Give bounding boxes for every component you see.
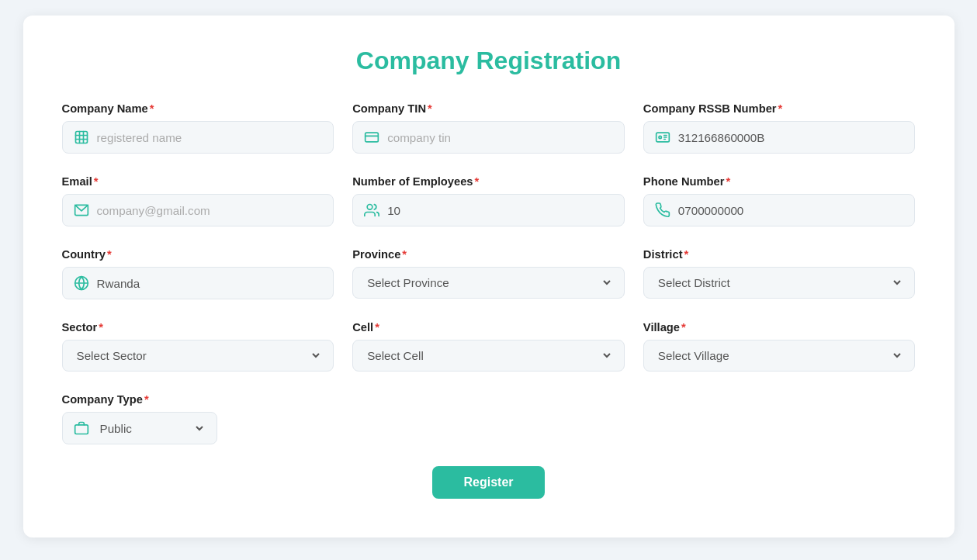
company-type-label: Company Type* (62, 393, 217, 406)
cell-group: Cell* Select Cell (352, 321, 625, 372)
svg-rect-13 (74, 425, 88, 434)
province-group: Province* Select Province (352, 248, 625, 299)
company-tin-group: Company TIN* (352, 102, 625, 154)
page-title: Company Registration (62, 47, 916, 75)
employees-group: Number of Employees* (352, 175, 625, 226)
district-select[interactable]: Select District (655, 275, 904, 290)
svg-rect-5 (366, 133, 379, 142)
company-name-label: Company Name* (62, 102, 334, 115)
row-2: Email* Number of Employees* (62, 175, 916, 226)
row-1: Company Name* Company TIN* (62, 102, 916, 154)
row-5: Company Type* Public Private (62, 393, 916, 444)
register-button[interactable]: Register (432, 466, 544, 499)
company-rssb-input[interactable] (678, 131, 904, 144)
email-icon (74, 202, 89, 218)
sector-label: Sector* (62, 321, 334, 334)
phone-input[interactable] (678, 204, 904, 217)
spacer-2 (585, 393, 916, 444)
company-name-input[interactable] (97, 131, 323, 144)
email-group: Email* (62, 175, 334, 226)
row-4: Sector* Select Sector Cell* Select Cell … (62, 321, 916, 372)
employees-icon (364, 202, 379, 218)
country-group: Country* Rwanda (62, 248, 334, 299)
spacer-1 (236, 393, 566, 444)
district-group: District* Select District (643, 248, 916, 299)
row-3: Country* Rwanda Province* Select Provinc… (62, 248, 916, 299)
phone-input-wrapper (643, 194, 916, 226)
company-rssb-group: Company RSSB Number* (643, 102, 916, 154)
building-icon (74, 130, 89, 145)
country-value: Rwanda (97, 277, 140, 290)
id-icon (655, 130, 670, 145)
district-select-wrapper: Select District (643, 267, 916, 299)
cell-select-wrapper: Select Cell (352, 340, 625, 372)
province-label: Province* (352, 248, 625, 261)
employees-label: Number of Employees* (352, 175, 625, 188)
sector-select[interactable]: Select Sector (74, 348, 323, 363)
form-container: Company Registration Company Name* Compa… (23, 16, 954, 538)
phone-group: Phone Number* (643, 175, 916, 226)
svg-point-8 (659, 136, 661, 138)
village-group: Village* Select Village (643, 321, 916, 372)
cell-label: Cell* (352, 321, 625, 334)
svg-rect-0 (75, 132, 87, 143)
village-select[interactable]: Select Village (655, 348, 904, 363)
sector-select-wrapper: Select Sector (62, 340, 334, 372)
company-type-group: Company Type* Public Private (62, 393, 217, 444)
email-input-wrapper (62, 194, 334, 226)
company-rssb-label: Company RSSB Number* (643, 102, 916, 115)
district-label: District* (643, 248, 916, 261)
email-input[interactable] (97, 204, 323, 217)
globe-icon (74, 275, 89, 291)
company-type-select[interactable]: Public Private (97, 421, 206, 436)
company-tin-input-wrapper (352, 121, 625, 154)
email-label: Email* (62, 175, 334, 188)
cell-select[interactable]: Select Cell (364, 348, 613, 363)
phone-label: Phone Number* (643, 175, 916, 188)
province-select[interactable]: Select Province (364, 275, 613, 290)
briefcase-icon (74, 420, 89, 436)
company-name-input-wrapper (62, 121, 334, 154)
country-field: Rwanda (62, 267, 334, 299)
company-type-wrapper: Public Private (62, 412, 217, 444)
province-select-wrapper: Select Province (352, 267, 625, 299)
country-label: Country* (62, 248, 334, 261)
village-label: Village* (643, 321, 916, 334)
village-select-wrapper: Select Village (643, 340, 916, 372)
company-tin-label: Company TIN* (352, 102, 625, 115)
tin-icon (364, 130, 379, 145)
phone-icon (655, 202, 670, 218)
company-tin-input[interactable] (387, 131, 613, 144)
svg-point-10 (367, 205, 372, 210)
sector-group: Sector* Select Sector (62, 321, 334, 372)
employees-input-wrapper (352, 194, 625, 226)
company-rssb-input-wrapper (643, 121, 916, 154)
employees-input[interactable] (387, 204, 613, 217)
company-name-group: Company Name* (62, 102, 334, 154)
